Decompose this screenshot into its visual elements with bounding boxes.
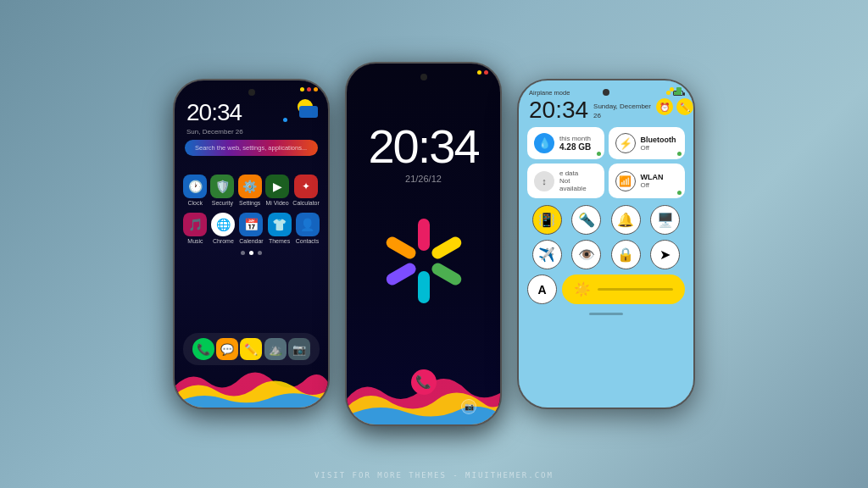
dock-gallery[interactable]: ⛰️ [264,338,287,360]
app-contacts[interactable]: 👤 Contacts [296,213,320,244]
p1-time: 20:34 [186,99,242,126]
ctrl-cast[interactable]: 🖥️ [650,205,680,235]
dot-yellow [300,87,304,92]
dock-phone[interactable]: 📞 [192,338,214,360]
p2-logo [377,214,470,308]
camera-hole-p2 [420,74,427,80]
dot-red [307,87,311,92]
p1-notification-card [299,106,318,118]
svg-rect-5 [384,235,418,261]
app-security[interactable]: 🛡️ Security [210,175,234,206]
p3-alarm-icon-btn[interactable]: ⏰ [656,98,673,115]
app-mivideo[interactable]: ▶ Mi Video [265,175,289,206]
app-calendar[interactable]: 📅 Calendar [239,213,263,244]
p3-edit-icon-btn[interactable]: ✏️ [676,98,693,115]
ctrl-airplane[interactable]: ✈️ [532,240,562,269]
p3-tile-mobile-sub: Not available [559,177,598,192]
p3-controls-row1: 📳 🔦 🔔 🖥️ [519,200,693,236]
ctrl-notification[interactable]: 🔔 [611,205,641,235]
p1-date: Sun, December 26 [186,128,243,136]
p3-tile-mobile[interactable]: ↕ e data Not available [527,164,604,198]
p3-time: 20:34 [529,98,588,122]
phones-container: 20:34 Sun, December 26 Search the web, s… [164,0,704,488]
app-clock[interactable]: 🕐 Clock [183,175,207,206]
p1-page-dots [175,251,328,255]
app-settings[interactable]: ⚙️ Settings [238,175,262,206]
p1-apps-row2: 🎵 Music 🌐 Chrome 📅 Calendar 👕 Themes [175,206,328,244]
p3-home-indicator [589,313,623,315]
p3-tile-bluetooth[interactable]: ⚡ Bluetooth Off [609,127,686,159]
status-dots-p3 [670,87,682,92]
phone-2: 20:34 21/26/12 [345,62,502,426]
p3-tile-wlan-sub: Off [641,181,664,189]
svg-rect-2 [429,261,463,287]
p1-wave [175,361,328,408]
p2-phone-btn[interactable]: 📞 [411,369,437,395]
p3-tile-mobile-title: e data [559,169,598,177]
phone-1: 20:34 Sun, December 26 Search the web, s… [173,79,330,409]
power-p1 [328,157,330,184]
watermark: Visit for more themes - MIUIThemer.com [0,471,868,480]
app-chrome[interactable]: 🌐 Chrome [211,213,235,244]
p3-tile-data-value: 4.28 GB [559,142,591,152]
svg-rect-1 [429,235,463,261]
app-security-label: Security [212,200,233,206]
p3-quick-tiles: 💧 this month 4.28 GB ⚡ Bluetooth Off [519,125,693,200]
p3-date-line1: Sunday, December [593,102,651,111]
p3-tile-bluetooth-title: Bluetooth [641,136,676,144]
p3-controls-row2: ✈️ 👁️ 🔒 ➤ [519,236,693,271]
svg-rect-0 [418,219,430,251]
p3-brightness-slider[interactable]: ☀️ [562,274,685,304]
app-mivideo-label: Mi Video [265,200,288,206]
power-p2 [500,148,502,178]
p3-tile-wlan-title: WLAN [641,173,664,181]
phone-3: Airplane mode 20:34 Sunday, December [517,79,695,409]
p1-blue-dot [283,118,287,122]
p1-search-bar[interactable]: Search the web, settings, applications..… [185,140,318,156]
p3-tile-bluetooth-sub: Off [641,144,676,152]
p2-screen: 20:34 21/26/12 [347,64,500,424]
p1-apps-row1: 🕐 Clock 🛡️ Security ⚙️ Settings ▶ Mi Vid… [175,166,328,206]
app-settings-label: Settings [239,200,260,206]
app-calendar-label: Calendar [239,238,263,244]
dot-orange [314,87,318,92]
app-calculator-label: Calculator [292,200,320,206]
p3-brightness-row: A ☀️ [519,271,693,308]
ctrl-lock[interactable]: 🔒 [611,240,641,269]
p3-tile-wlan[interactable]: 📶 WLAN Off [609,164,686,198]
p1-screen: 20:34 Sun, December 26 Search the web, s… [175,80,328,408]
p3-tile-data[interactable]: 💧 this month 4.28 GB [527,127,604,159]
p2-time: 20:34 [368,123,478,170]
app-themes[interactable]: 👕 Themes [268,213,292,244]
status-dots-p1 [300,87,318,92]
app-music-label: Music [187,238,203,244]
p3-font-btn[interactable]: A [527,274,557,304]
app-music[interactable]: 🎵 Music [183,213,207,244]
svg-rect-3 [418,271,430,303]
app-chrome-label: Chrome [213,238,234,244]
camera-hole [248,89,255,96]
search-placeholder: Search the web, settings, applications..… [195,144,307,152]
p3-time-row: 20:34 Sunday, December 26 ⏰ ✏️ [519,97,693,125]
ctrl-vibrate[interactable]: 📳 [532,205,562,235]
sun-icon: ☀️ [574,281,591,297]
app-clock-label: Clock [187,200,203,206]
dock-camera[interactable]: 📷 [288,338,310,360]
app-calculator[interactable]: ✦ Calculator [292,175,320,206]
p3-date-line2: 26 [593,111,651,120]
ctrl-eye[interactable]: 👁️ [571,240,601,269]
dock-notes[interactable]: ✏️ [240,338,262,360]
power-p3 [693,157,695,184]
background: 20:34 Sun, December 26 Search the web, s… [0,0,868,488]
ctrl-navigate[interactable]: ➤ [650,240,680,269]
p2-date: 21/26/12 [405,174,442,184]
app-contacts-label: Contacts [296,238,320,244]
dock-messages[interactable]: 💬 [216,338,238,360]
p3-airplane-label: Airplane mode [529,89,570,97]
ctrl-flashlight[interactable]: 🔦 [571,205,601,235]
p3-tile-data-title: this month [559,135,591,142]
p2-camera-btn[interactable]: 📷 [461,399,476,414]
camera-hole-p3 [603,89,609,96]
app-themes-label: Themes [269,238,290,244]
status-dots-p2 [477,70,488,75]
